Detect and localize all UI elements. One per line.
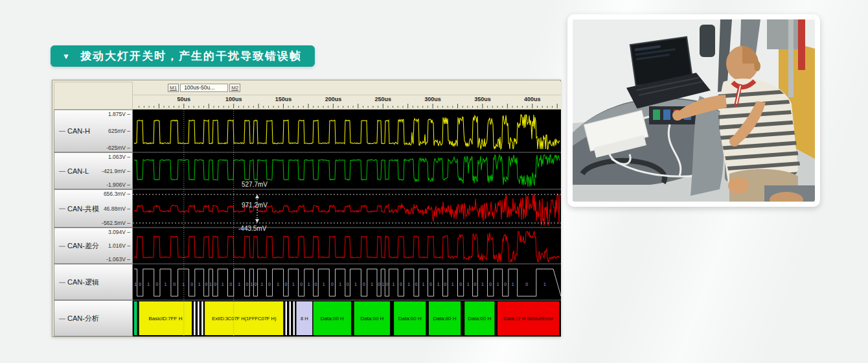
- channel-rows-container: CAN-H1.875V –625mV –-625mV –CAN-L1.063V …: [54, 110, 133, 336]
- frame-field-label: Data:00 H: [321, 316, 344, 322]
- logic-bit-label: 1: [451, 282, 454, 287]
- waveform-plot[interactable]: 1010101010101010101010101010101010101010…: [133, 110, 561, 336]
- can-diff-waveform: [134, 231, 560, 262]
- marker-m2-button[interactable]: M2: [229, 84, 240, 92]
- logic-bit-label: 1: [481, 282, 484, 287]
- frame-field-label: 8 H: [301, 316, 308, 322]
- ruler-label: 50us: [177, 96, 191, 102]
- cursor-lower-value: -443.5mV: [238, 225, 266, 232]
- photo-engineer-in-truck-cab: [567, 14, 820, 207]
- stuff-bit-stripe: [293, 301, 295, 335]
- voltage-label: -1.906V –: [106, 182, 130, 188]
- channel-name: CAN-共模: [67, 204, 99, 213]
- logic-bit-label: 1: [382, 282, 384, 287]
- logic-bit-label: 0: [400, 282, 402, 287]
- logic-bit-label: 0: [214, 282, 216, 287]
- logic-bit-label: 1: [222, 282, 224, 287]
- logic-bit-label: 1: [467, 282, 470, 287]
- logic-bit-label: 1: [323, 282, 325, 287]
- logic-bit-label: 1: [134, 282, 137, 287]
- frame-field-label: Data:00 H: [468, 316, 491, 322]
- frame-field-label: BasicID:7FF H: [148, 316, 182, 322]
- logic-bit-label: 1: [512, 282, 514, 287]
- voltage-label: -562.5mV –: [102, 220, 130, 226]
- logic-bit-label: 0: [444, 282, 446, 287]
- logic-bit-label: 1: [277, 282, 279, 287]
- logic-bit-label: 1: [198, 282, 201, 287]
- channel-name: CAN-L: [67, 167, 89, 175]
- frame-field-label: Data:80 H: [433, 316, 457, 322]
- logic-bit-label: 0: [255, 282, 257, 287]
- logic-bit-label: 1: [407, 282, 410, 287]
- channel-row-2[interactable]: CAN-共模656.3mV –46.88mV –-562.5mV –: [54, 189, 133, 228]
- plot-column: M1 100us-50u... M2 50us100us150us200us25…: [133, 82, 561, 336]
- voltage-label: -625mV –: [106, 145, 130, 151]
- channel-row-3[interactable]: CAN-差分3.094V –1.016V –-1.063V –: [54, 228, 133, 264]
- knee: [728, 177, 749, 194]
- logic-bit-label: 1: [422, 282, 425, 287]
- logic-bit-label: 0: [139, 282, 141, 287]
- waveform-canvas: 1010101010101010101010101010101010101010…: [133, 110, 561, 336]
- logic-bit-label: 0: [378, 282, 380, 287]
- time-ruler[interactable]: 50us100us150us200us250us300us350us400us: [133, 95, 561, 110]
- voltage-label: 3.094V –: [108, 229, 130, 235]
- ruler-label: 150us: [275, 96, 292, 102]
- marker-m1-button[interactable]: M1: [168, 84, 179, 92]
- triangle-down-icon: ▼: [62, 53, 70, 60]
- ruler-label: 200us: [325, 96, 342, 102]
- frame-field-block[interactable]: [134, 301, 137, 335]
- cursor-toolbar-group: M1 100us-50u... M2: [168, 84, 240, 92]
- logic-bit-label: 1: [209, 282, 212, 287]
- cursor-toolbar: M1 100us-50u... M2: [133, 82, 561, 95]
- logic-bit-label: 1: [354, 282, 357, 287]
- logic-bit-label: 1: [339, 282, 341, 287]
- channel-label-column: CAN-H1.875V –625mV –-625mV –CAN-L1.063V …: [54, 82, 133, 336]
- logic-bit-label: 1: [182, 282, 185, 287]
- logic-bit-label: 1: [437, 282, 440, 287]
- logic-bit-label: 0: [525, 282, 528, 287]
- cursor-range-display[interactable]: 100us-50u...: [180, 84, 228, 92]
- voltage-label: -1.063V –: [106, 256, 130, 263]
- channel-name: CAN-差分: [67, 241, 99, 251]
- label-column-header: [54, 82, 133, 110]
- voltage-label: 1.016V –: [108, 242, 130, 249]
- stuff-bit-stripe: [201, 301, 203, 335]
- logic-bit-label: 0: [205, 282, 207, 287]
- ruler-label: 300us: [424, 96, 441, 102]
- channel-row-5[interactable]: CAN-分析: [54, 300, 133, 336]
- caption-banner: ▼ 拨动大灯开关时，产生的干扰导致错误帧: [51, 45, 315, 67]
- channel-row-4[interactable]: CAN-逻辑: [54, 264, 133, 300]
- logic-bit-label: 0: [173, 282, 176, 287]
- voltage-label: 625mV –: [108, 128, 130, 134]
- logic-bit-label: 1: [543, 282, 546, 287]
- caption-text: 拨动大灯开关时，产生的干扰导致错误帧: [80, 49, 302, 64]
- channel-row-1[interactable]: CAN-L1.063V –-421.9mV –-1.906V –: [54, 152, 133, 189]
- voltage-label: -421.9mV –: [102, 168, 130, 174]
- logic-bit-label: 1: [238, 282, 240, 287]
- voltage-label: 656.3mV –: [104, 191, 130, 197]
- ruler-label: 350us: [474, 96, 491, 102]
- voltage-label: 1.063V –: [108, 154, 130, 160]
- ruler-ticks: [133, 95, 561, 109]
- cursor-upper-value: 527.7mV: [242, 181, 268, 188]
- stuff-bit-stripe: [198, 301, 200, 335]
- voltage-label: 46.88mV –: [104, 205, 130, 212]
- logic-bit-label: 0: [300, 282, 303, 287]
- logic-bit-label: 1: [392, 282, 394, 287]
- logic-bit-label: 1: [250, 282, 253, 287]
- logic-bit-label: 1: [147, 282, 150, 287]
- can-l-waveform: [134, 155, 560, 187]
- cab-photo-scene: [573, 19, 815, 202]
- logic-bit-label: 0: [459, 282, 462, 287]
- logic-bit-label: 1: [308, 282, 310, 287]
- logic-bit-label: 0: [363, 282, 365, 287]
- rear-view-mirror: [700, 25, 715, 57]
- channel-row-0[interactable]: CAN-H1.875V –625mV –-625mV –: [54, 110, 133, 152]
- logic-bit-label: 0: [489, 282, 492, 287]
- logic-bit-label: 0: [474, 282, 476, 287]
- logic-bit-label: 0: [385, 282, 388, 287]
- logic-bit-label: 0: [246, 282, 248, 287]
- logic-bit-label: 0: [268, 282, 271, 287]
- logic-bit-label: 0: [284, 282, 287, 287]
- channel-name: CAN-逻辑: [67, 277, 99, 287]
